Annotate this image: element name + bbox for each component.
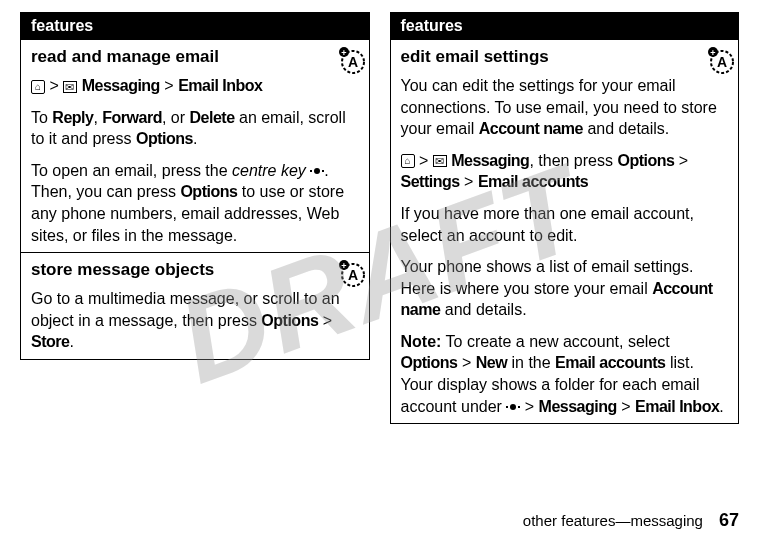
text: in the <box>507 354 555 371</box>
para: You can edit the settings for your email… <box>401 75 729 140</box>
gt: > <box>419 152 428 169</box>
left-table: features A + read and manage email <box>20 12 370 360</box>
left-column: features A + read and manage email <box>20 12 370 424</box>
text: To open an email, press the <box>31 162 232 179</box>
left-header-cell: features <box>21 13 370 40</box>
para: Your phone shows a list of email setting… <box>401 256 729 321</box>
right-header-row: features <box>390 13 739 40</box>
text: To create a new account, select <box>441 333 669 350</box>
right-column: features A + edit email settings You c <box>390 12 740 424</box>
center-key-icon <box>310 166 324 176</box>
text: Options <box>617 152 674 169</box>
text: > <box>318 312 332 329</box>
left-row2-cell: A + store message objects Go to a multim… <box>21 253 370 360</box>
gt: > <box>49 77 58 94</box>
text: Account name <box>479 120 583 137</box>
left-row1-cell: A + read and manage email > Messaging > … <box>21 40 370 253</box>
table-row: A + read and manage email > Messaging > … <box>21 40 370 253</box>
home-icon <box>31 80 45 94</box>
text: . <box>193 130 197 147</box>
left-header-row: features <box>21 13 370 40</box>
text: Reply <box>52 109 93 126</box>
text: . <box>719 398 723 415</box>
text: centre key <box>232 162 306 179</box>
text: Options <box>180 183 237 200</box>
page-number: 67 <box>719 510 739 531</box>
path-text: Email Inbox <box>178 77 262 94</box>
accessibility-badge-icon: A + <box>333 257 365 289</box>
table-row: A + store message objects Go to a multim… <box>21 253 370 360</box>
text: , <box>93 109 102 126</box>
gt: > <box>164 77 173 94</box>
gt: > <box>679 152 688 169</box>
text: > <box>617 398 635 415</box>
para: To Reply, Forward, or Delete an email, s… <box>31 107 359 150</box>
center-key-icon <box>506 402 520 412</box>
section-title: store message objects <box>31 259 359 282</box>
nav-path: > Messaging, then press Options > Settin… <box>401 150 729 193</box>
text: Options <box>261 312 318 329</box>
text: Forward <box>102 109 162 126</box>
right-table: features A + edit email settings You c <box>390 12 740 424</box>
accessibility-badge-icon: A + <box>333 44 365 76</box>
gt: > <box>464 173 473 190</box>
para: To open an email, press the centre key .… <box>31 160 359 246</box>
para: If you have more than one email account,… <box>401 203 729 246</box>
para: Go to a multimedia message, or scroll to… <box>31 288 359 353</box>
text: To <box>31 109 52 126</box>
accessibility-badge-icon: A + <box>702 44 734 76</box>
note-label: Note: <box>401 333 442 350</box>
message-icon <box>63 81 77 93</box>
svg-text:A: A <box>347 267 357 283</box>
svg-text:A: A <box>717 54 727 70</box>
page-footer: other features—messaging 67 <box>523 510 739 531</box>
path-text: Messaging <box>82 77 160 94</box>
text: , then press <box>529 152 617 169</box>
text: New <box>476 354 507 371</box>
text: and details. <box>583 120 669 137</box>
text: , or <box>162 109 190 126</box>
svg-text:A: A <box>347 54 357 70</box>
text: Email accounts <box>555 354 665 371</box>
footer-text: other features—messaging <box>523 512 703 529</box>
text: Messaging <box>539 398 617 415</box>
text: Email Inbox <box>635 398 719 415</box>
text: and details. <box>440 301 526 318</box>
text: Options <box>401 354 458 371</box>
text: Your phone shows a list of email setting… <box>401 258 694 297</box>
text: Options <box>136 130 193 147</box>
text: > <box>457 354 475 371</box>
text: > <box>520 398 538 415</box>
table-row: A + edit email settings You can edit the… <box>390 40 739 424</box>
right-row1-cell: A + edit email settings You can edit the… <box>390 40 739 424</box>
path-text: Settings <box>401 173 460 190</box>
svg-text:+: + <box>341 48 346 58</box>
text: . <box>69 333 73 350</box>
svg-text:+: + <box>710 48 715 58</box>
text: Store <box>31 333 69 350</box>
message-icon <box>433 155 447 167</box>
text: Delete <box>190 109 235 126</box>
para: Note: To create a new account, select Op… <box>401 331 729 417</box>
nav-path: > Messaging > Email Inbox <box>31 75 359 97</box>
section-title: edit email settings <box>401 46 729 69</box>
right-header-cell: features <box>390 13 739 40</box>
path-text: Email accounts <box>478 173 588 190</box>
svg-text:+: + <box>341 261 346 271</box>
content-columns: features A + read and manage email <box>20 12 739 424</box>
section-title: read and manage email <box>31 46 359 69</box>
home-icon <box>401 154 415 168</box>
path-text: Messaging <box>451 152 529 169</box>
